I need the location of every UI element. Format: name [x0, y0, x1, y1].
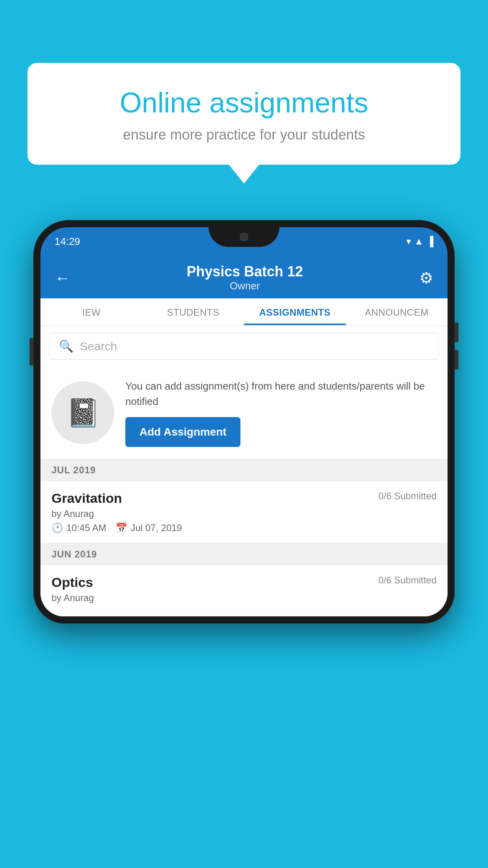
status-time: 14:29 — [55, 235, 80, 248]
search-container: 🔍 Search — [40, 326, 448, 367]
settings-icon[interactable]: ⚙ — [419, 269, 433, 287]
add-assignment-button[interactable]: Add Assignment — [125, 417, 240, 447]
tab-students[interactable]: STUDENTS — [142, 298, 244, 325]
add-assignment-description: You can add assignment(s) from here and … — [125, 379, 437, 409]
volume-button — [29, 338, 33, 366]
wifi-icon: ▾ — [406, 236, 411, 247]
assignment-title: Gravitation — [51, 491, 122, 506]
optics-title: Optics — [51, 575, 93, 590]
assignment-submitted: 0/6 Submitted — [378, 491, 437, 502]
status-icons: ▾ ▲ ▐ — [406, 236, 433, 247]
calendar-icon: 📅 — [116, 522, 127, 533]
notebook-icon: 📓 — [66, 397, 100, 429]
assignment-gravitation[interactable]: Gravitation 0/6 Submitted by Anurag 🕐 10… — [40, 481, 448, 543]
assignment-author: by Anurag — [51, 508, 437, 519]
camera — [240, 233, 248, 241]
search-bar[interactable]: 🔍 Search — [49, 333, 439, 360]
tabs-bar: IEW STUDENTS ASSIGNMENTS ANNOUNCEM — [40, 298, 448, 326]
optics-top-row: Optics 0/6 Submitted — [51, 575, 437, 590]
bubble-subtitle: ensure more practice for your students — [51, 127, 437, 143]
phone-screen: ← Physics Batch 12 Owner ⚙ IEW STUDENTS … — [40, 256, 448, 616]
batch-subtitle: Owner — [187, 280, 303, 292]
app-header: ← Physics Batch 12 Owner ⚙ — [40, 256, 448, 298]
optics-submitted: 0/6 Submitted — [378, 575, 437, 586]
assignment-optics[interactable]: Optics 0/6 Submitted by Anurag — [40, 565, 448, 616]
tab-assignments[interactable]: ASSIGNMENTS — [244, 298, 346, 325]
section-jun-2019: JUN 2019 — [40, 543, 448, 565]
phone-mockup: 14:29 ▾ ▲ ▐ ← Physics Batch 12 Owner ⚙ — [33, 220, 455, 868]
phone-outer: 14:29 ▾ ▲ ▐ ← Physics Batch 12 Owner ⚙ — [33, 220, 455, 623]
bubble-title: Online assignments — [51, 86, 437, 119]
power-button-bottom — [455, 350, 459, 370]
signal-icon: ▲ — [414, 236, 424, 247]
header-title-block: Physics Batch 12 Owner — [187, 263, 303, 292]
section-jul-2019: JUL 2019 — [40, 459, 448, 481]
batch-title: Physics Batch 12 — [187, 263, 303, 280]
speech-bubble-container: Online assignments ensure more practice … — [28, 63, 460, 165]
back-button[interactable]: ← — [55, 270, 70, 286]
clock-icon: 🕐 — [51, 522, 63, 533]
assignment-top-row: Gravitation 0/6 Submitted — [51, 491, 437, 506]
battery-icon: ▐ — [427, 236, 433, 247]
add-assignment-right: You can add assignment(s) from here and … — [125, 379, 437, 447]
meta-time: 🕐 10:45 AM — [51, 522, 106, 533]
search-placeholder: Search — [80, 340, 117, 353]
tab-announcements[interactable]: ANNOUNCEM — [346, 298, 448, 325]
notebook-circle: 📓 — [51, 381, 114, 444]
search-icon: 🔍 — [59, 339, 73, 353]
tab-iew[interactable]: IEW — [40, 298, 142, 325]
speech-bubble: Online assignments ensure more practice … — [28, 63, 460, 165]
assignment-date: Jul 07, 2019 — [130, 522, 182, 533]
optics-author: by Anurag — [51, 592, 437, 603]
power-button-top — [455, 322, 459, 342]
status-bar: 14:29 ▾ ▲ ▐ — [40, 227, 448, 256]
meta-date: 📅 Jul 07, 2019 — [116, 522, 182, 533]
assignment-time: 10:45 AM — [66, 522, 106, 533]
assignment-meta: 🕐 10:45 AM 📅 Jul 07, 2019 — [51, 522, 437, 533]
phone-notch — [209, 227, 279, 247]
add-assignment-section: 📓 You can add assignment(s) from here an… — [40, 367, 448, 459]
